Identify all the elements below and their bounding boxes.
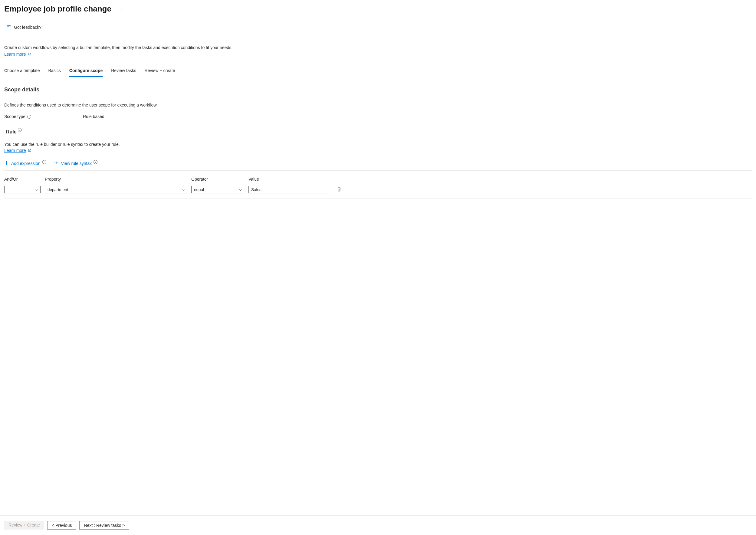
col-and-or: And/Or [4,177,41,182]
col-property: Property [45,177,187,182]
feedback-icon [6,24,12,30]
add-expression-label: Add expression [11,161,41,166]
col-operator: Operator [191,177,244,182]
scope-type-value: Rule based [83,114,104,119]
chevron-down-icon [35,188,39,191]
learn-more-label: Learn more [4,52,26,57]
and-or-select[interactable] [4,186,41,193]
add-expression-button[interactable]: Add expression i [4,161,46,166]
scope-details-description: Defines the conditions used to determine… [4,102,752,107]
operator-value: equal [194,187,204,192]
delete-rule-button[interactable] [331,187,347,193]
svg-point-0 [7,25,9,27]
scope-details-heading: Scope details [4,87,752,93]
rule-heading: Rule [6,129,17,135]
external-link-icon [28,52,31,57]
intro-text: Create custom workflows by selecting a b… [4,45,752,50]
page-title: Employee job profile change [4,4,111,14]
info-icon[interactable]: i [27,115,31,119]
info-icon[interactable]: i [42,160,46,164]
review-create-button: Review + Create [4,521,44,529]
previous-button[interactable]: < Previous [47,521,76,529]
chevron-down-icon [182,188,185,191]
value-input[interactable]: Sales [248,186,327,193]
property-value: department [47,187,68,192]
rule-description: You can use the rule builder or rule syn… [4,142,752,147]
tab-choose-template[interactable]: Choose a template [4,66,40,77]
external-link-icon [28,148,31,153]
info-icon[interactable]: i [18,128,22,132]
next-button[interactable]: Next : Review tasks > [79,521,129,529]
view-rule-syntax-label: View rule syntax [61,161,92,166]
wizard-footer: Review + Create < Previous Next : Review… [0,515,756,535]
more-actions-button[interactable]: ··· [118,6,125,13]
rule-row: department equal Sales [4,186,752,199]
plus-icon [4,161,9,166]
feedback-button[interactable]: Got feedback? [4,22,752,34]
operator-select[interactable]: equal [191,186,244,193]
feedback-label: Got feedback? [14,25,42,30]
value-text: Sales [251,187,262,192]
svg-point-1 [56,162,57,163]
scope-type-label: Scope type [4,114,25,119]
eye-icon [54,161,59,166]
col-value: Value [248,177,327,182]
chevron-down-icon [239,188,242,191]
trash-icon [337,187,341,193]
property-select[interactable]: department [45,186,187,193]
learn-more-link[interactable]: Learn more [4,52,31,57]
wizard-tabs: Choose a template Basics Configure scope… [4,66,752,77]
tab-review-tasks[interactable]: Review tasks [111,66,136,77]
learn-more-label: Learn more [4,148,26,153]
info-icon[interactable]: i [94,160,98,164]
tab-basics[interactable]: Basics [48,66,61,77]
view-rule-syntax-button[interactable]: View rule syntax i [54,161,98,166]
tab-configure-scope[interactable]: Configure scope [69,66,102,77]
rule-learn-more-link[interactable]: Learn more [4,148,31,153]
tab-review-create[interactable]: Review + create [145,66,175,77]
